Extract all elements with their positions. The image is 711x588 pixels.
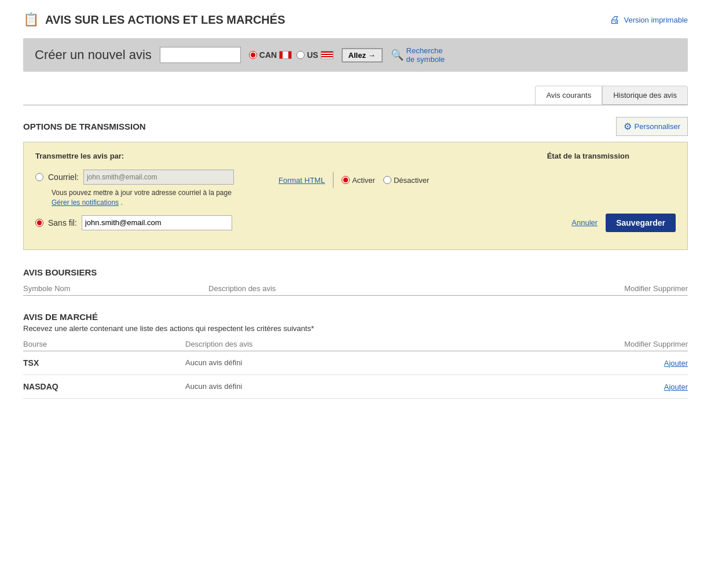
page-header: 📋 AVIS SUR LES ACTIONS ET LES MARCHÉS 🖨 … <box>23 12 688 28</box>
marche-col-headers: Bourse Description des avis Modifier Sup… <box>23 337 688 351</box>
courriel-note: Vous pouvez mettre à jour votre adresse … <box>52 188 248 208</box>
courriel-right: Format HTML Activer Désactiver <box>278 170 676 188</box>
search-symbol-link[interactable]: 🔍 Recherchede symbole <box>391 46 445 64</box>
us-radio[interactable] <box>296 51 305 59</box>
gear-icon: ⚙ <box>624 121 632 132</box>
gerer-notifications-link[interactable]: Gérer les notifications <box>52 199 119 207</box>
country-radio-group: CAN US <box>249 50 333 60</box>
can-radio[interactable] <box>249 51 257 59</box>
avis-boursiers-title: AVIS BOURSIERS <box>23 267 688 277</box>
status-separator <box>333 172 333 188</box>
status-radios: Activer Désactiver <box>342 176 429 185</box>
create-bar-label: Créer un nouvel avis <box>35 47 152 63</box>
nasdaq-ajouter-link[interactable]: Ajouter <box>664 383 688 391</box>
courriel-input[interactable] <box>83 170 234 185</box>
nasdaq-row: NASDAQ Aucun avis défini Ajouter <box>23 375 688 399</box>
can-flag-icon <box>279 51 292 59</box>
avis-boursiers-section: AVIS BOURSIERS Symbole Nom Description d… <box>23 267 688 296</box>
nasdaq-name: NASDAQ <box>23 382 185 391</box>
col-marche-desc-header: Description des avis <box>185 340 595 348</box>
annuler-link[interactable]: Annuler <box>571 218 598 227</box>
avis-marche-section: AVIS DE MARCHÉ Recevez une alerte conten… <box>23 312 688 399</box>
options-section: OPTIONS DE TRANSMISSION ⚙ Personnaliser … <box>23 117 688 250</box>
sansfil-input[interactable] <box>82 215 232 230</box>
boursiers-col-headers: Symbole Nom Description des avis Modifie… <box>23 282 688 296</box>
tabs-area: Avis courants Historique des avis <box>23 86 688 105</box>
search-icon: 🔍 <box>391 49 404 61</box>
sansfil-row: Sans fil: Annuler Sauvegarder <box>35 214 676 232</box>
tsx-row: TSX Aucun avis défini Ajouter <box>23 351 688 375</box>
can-radio-option[interactable]: CAN <box>249 50 292 60</box>
tsx-ajouter-link[interactable]: Ajouter <box>664 359 688 368</box>
personnaliser-button[interactable]: ⚙ Personnaliser <box>616 117 688 136</box>
col-actions-header: Modifier Supprimer <box>595 284 688 293</box>
courriel-row: Courriel: Vous pouvez mettre à jour votr… <box>35 170 676 208</box>
send-label: Transmettre les avis par: <box>35 152 124 160</box>
tab-historique[interactable]: Historique des avis <box>602 86 688 105</box>
marche-subtitle: Recevez une alerte contenant une liste d… <box>23 324 688 333</box>
allez-button[interactable]: Allez → <box>342 48 383 63</box>
action-buttons: Annuler Sauvegarder <box>571 214 676 232</box>
col-desc-header: Description des avis <box>208 284 595 293</box>
transmission-box: Transmettre les avis par: État de la tra… <box>23 142 688 250</box>
activer-radio[interactable] <box>342 176 350 184</box>
options-header-row: OPTIONS DE TRANSMISSION ⚙ Personnaliser <box>23 117 688 136</box>
tab-avis-courants[interactable]: Avis courants <box>535 86 602 105</box>
col-symbole-header: Symbole Nom <box>23 284 208 293</box>
document-icon: 📋 <box>23 12 39 28</box>
page-title-area: 📋 AVIS SUR LES ACTIONS ET LES MARCHÉS <box>23 12 285 28</box>
col-bourse-header: Bourse <box>23 340 185 348</box>
page-title: AVIS SUR LES ACTIONS ET LES MARCHÉS <box>45 13 285 27</box>
avis-marche-title: AVIS DE MARCHÉ <box>23 312 688 322</box>
us-flag-icon <box>321 51 333 59</box>
activer-option[interactable]: Activer <box>342 176 375 185</box>
transmission-box-header: Transmettre les avis par: État de la tra… <box>35 152 676 160</box>
sauvegarder-button[interactable]: Sauvegarder <box>606 214 676 232</box>
desactiver-radio[interactable] <box>383 176 391 184</box>
col-marche-actions-header: Modifier Supprimer <box>595 340 688 348</box>
tsx-desc: Aucun avis défini <box>185 358 595 367</box>
printer-icon: 🖨 <box>610 14 620 26</box>
courriel-label: Courriel: <box>48 172 79 182</box>
status-label: État de la transmission <box>547 152 629 160</box>
tsx-name: TSX <box>23 358 185 368</box>
tsx-actions: Ajouter <box>595 358 688 368</box>
courriel-radio[interactable] <box>35 173 43 181</box>
symbol-input[interactable] <box>160 47 241 63</box>
desactiver-option[interactable]: Désactiver <box>383 176 429 185</box>
create-bar: Créer un nouvel avis CAN US Allez → 🔍 Re… <box>23 38 688 72</box>
us-radio-option[interactable]: US <box>296 50 333 60</box>
nasdaq-desc: Aucun avis défini <box>185 382 595 391</box>
sansfil-left: Sans fil: <box>35 215 232 230</box>
sansfil-radio[interactable] <box>35 219 43 227</box>
sansfil-label: Sans fil: <box>48 218 77 227</box>
courriel-left: Courriel: Vous pouvez mettre à jour votr… <box>35 170 278 208</box>
courriel-input-row: Courriel: <box>35 170 278 185</box>
options-title: OPTIONS DE TRANSMISSION <box>23 122 146 131</box>
search-label: Recherchede symbole <box>406 46 445 64</box>
nasdaq-actions: Ajouter <box>595 382 688 391</box>
print-link[interactable]: 🖨 Version imprimable <box>610 14 688 26</box>
format-html-link[interactable]: Format HTML <box>278 176 325 185</box>
